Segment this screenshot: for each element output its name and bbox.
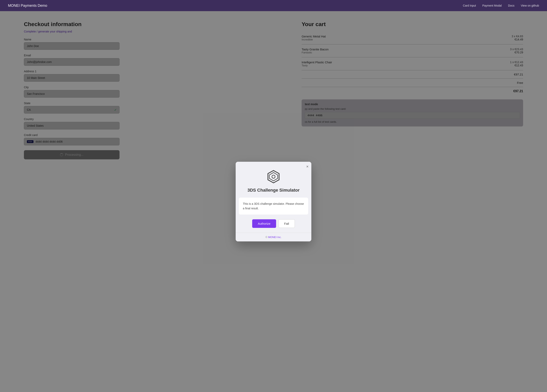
fail-button[interactable]: Fail xyxy=(279,219,295,228)
3ds-icon xyxy=(267,170,280,184)
modal-close-button[interactable]: × xyxy=(306,165,308,169)
modal-header: 3DS Challenge Simulator xyxy=(236,162,311,198)
modal-body: This is a 3DS challenge simulator. Pleas… xyxy=(239,198,308,214)
nav-card-input[interactable]: Card Input xyxy=(463,4,476,7)
svg-point-2 xyxy=(272,175,275,178)
modal-actions: Authorize Fail xyxy=(236,214,311,233)
modal-title: 3DS Challenge Simulator xyxy=(247,188,300,193)
footer-prefix: © xyxy=(266,236,268,239)
authorize-button[interactable]: Authorize xyxy=(252,219,276,228)
footer-link[interactable]: MONEI Inc. xyxy=(268,236,281,239)
brand-title: MONEI Payments Demo xyxy=(8,4,47,8)
header: MONEI Payments Demo Card Input Payment M… xyxy=(0,0,547,11)
nav-github[interactable]: View on github xyxy=(521,4,539,7)
svg-marker-1 xyxy=(269,172,278,181)
modal-dialog: × 3DS Challenge Simulator This is a 3DS … xyxy=(236,162,311,241)
modal-body-text: This is a 3DS challenge simulator. Pleas… xyxy=(243,202,304,211)
header-nav: Card Input Payment Modal Docs View on gi… xyxy=(463,4,539,7)
nav-payment-modal[interactable]: Payment Modal xyxy=(482,4,502,7)
nav-docs[interactable]: Docs xyxy=(508,4,514,7)
modal-overlay: × 3DS Challenge Simulator This is a 3DS … xyxy=(0,11,547,392)
modal-footer: © MONEI Inc. xyxy=(236,233,311,241)
